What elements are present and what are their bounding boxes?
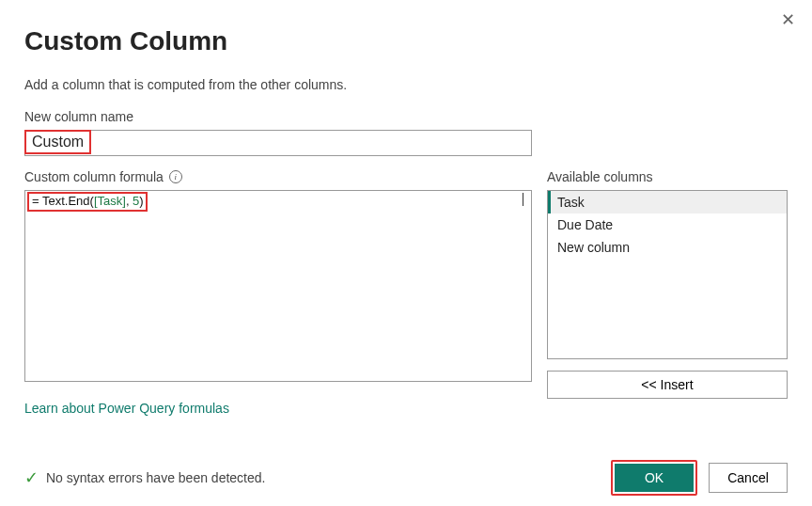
new-column-name-input[interactable]: Custom bbox=[24, 130, 532, 156]
info-icon[interactable]: i bbox=[169, 170, 182, 183]
available-columns-list[interactable]: Task Due Date New column bbox=[547, 190, 788, 359]
available-columns-label: Available columns bbox=[547, 169, 788, 184]
dialog-title: Custom Column bbox=[24, 26, 788, 56]
available-item-task[interactable]: Task bbox=[548, 191, 787, 213]
status-text: No syntax errors have been detected. bbox=[46, 470, 265, 485]
insert-button[interactable]: << Insert bbox=[547, 371, 788, 399]
close-icon[interactable]: ✕ bbox=[781, 9, 795, 30]
new-column-name-value: Custom bbox=[24, 130, 91, 154]
formula-text: = Text.End([Task], 5) bbox=[27, 192, 148, 212]
cancel-button[interactable]: Cancel bbox=[709, 463, 788, 493]
learn-link[interactable]: Learn about Power Query formulas bbox=[24, 401, 229, 416]
formula-editor[interactable]: = Text.End([Task], 5) bbox=[24, 190, 532, 382]
available-item-due-date[interactable]: Due Date bbox=[548, 213, 787, 236]
checkmark-icon: ✓ bbox=[24, 467, 39, 488]
dialog-subtitle: Add a column that is computed from the o… bbox=[24, 77, 788, 92]
ok-button[interactable]: OK bbox=[615, 464, 694, 492]
new-column-name-label: New column name bbox=[24, 109, 788, 124]
formula-label: Custom column formula bbox=[24, 169, 164, 184]
available-item-new-column[interactable]: New column bbox=[548, 236, 787, 259]
